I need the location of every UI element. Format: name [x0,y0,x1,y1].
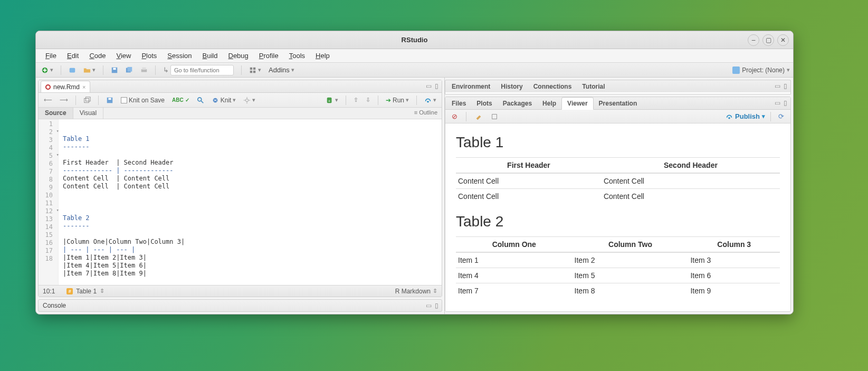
tab-plots[interactable]: Plots [471,98,497,109]
nav-fwd-button[interactable]: ⟶ [58,96,70,104]
viewer-content[interactable]: Table 1 First HeaderSecond Header Conten… [445,123,790,311]
project-label: Project: (None) [742,66,785,74]
cursor-position: 10:1 [43,288,55,295]
tab-tutorial[interactable]: Tutorial [577,81,610,92]
insert-chunk-button[interactable]: + ▾ [324,96,340,105]
knit-on-save-checkbox[interactable]: Knit on Save [119,96,167,105]
code-editor[interactable]: 123456789101112131415161718 Table 1-----… [39,119,442,285]
console-restore-icon[interactable]: ▭ [426,302,432,309]
table-header: Column 3 [688,237,780,253]
svg-point-28 [728,117,730,119]
table-row: Content CellContent Cell [456,189,780,204]
tab-viewer[interactable]: Viewer [561,97,593,110]
spellcheck-button[interactable]: ABC✓ [170,96,192,104]
tab-help[interactable]: Help [537,98,561,109]
run-button[interactable]: ➔ Run ▾ [384,96,411,105]
menu-view[interactable]: View [111,50,136,61]
project-menu[interactable]: Project: (None) ▾ [732,66,790,74]
tab-packages[interactable]: Packages [498,98,537,109]
tab-presentation[interactable]: Presentation [594,98,643,109]
minimize-button[interactable]: – [748,34,759,46]
svg-rect-10 [250,70,252,72]
env-tabstrip: EnvironmentHistoryConnectionsTutorial ▭ … [445,80,791,92]
publish-dropdown-button[interactable]: ▾ [422,96,438,105]
outline-crumb[interactable]: Table 1 [76,288,97,295]
save-all-button[interactable] [123,65,135,75]
visual-mode-tab[interactable]: Visual [73,108,103,119]
menu-plots[interactable]: Plots [136,50,162,61]
right-column: EnvironmentHistoryConnectionsTutorial ▭ … [445,78,793,314]
viewer-collapse-icon[interactable]: ▭ [775,99,780,107]
svg-rect-3 [113,68,116,70]
menu-code[interactable]: Code [84,50,111,61]
close-tab-icon[interactable]: × [82,84,85,90]
svg-text:+: + [328,98,331,103]
tab-connections[interactable]: Connections [528,81,577,92]
svg-point-16 [197,97,201,101]
goto-file-input[interactable] [170,65,234,75]
find-replace-button[interactable] [195,96,206,105]
tab-files[interactable]: Files [446,98,471,109]
menu-session[interactable]: Session [162,50,197,61]
rmd-icon [45,84,51,90]
knit-button[interactable]: Knit ▾ [209,96,239,105]
tab-environment[interactable]: Environment [446,81,495,92]
env-maximize-icon[interactable]: ▯ [784,82,787,90]
save-button[interactable] [109,65,120,75]
settings-gear-button[interactable]: ▾ [241,96,257,105]
source-mode-tab[interactable]: Source [39,108,73,119]
viewer-remove-button[interactable]: ⊘ [450,111,460,121]
source-pane: new.Rmd × ▭ ▯ ⟵ ⟶ [38,80,442,297]
table-header: Column Two [573,237,689,253]
close-button[interactable]: ✕ [777,34,789,46]
open-file-button[interactable]: ▾ [81,65,98,75]
menubar: FileEditCodeViewPlotsSessionBuildDebugPr… [36,49,793,63]
main-toolbar: ▾ ▾ ↳ [36,63,793,78]
language-mode[interactable]: R Markdown [395,288,431,295]
publish-button[interactable]: Publish ▾ [726,112,765,120]
nav-back-button[interactable]: ⟵ [42,96,54,104]
go-next-chunk-button[interactable]: ⇩ [364,96,373,104]
new-file-button[interactable]: ▾ [39,65,55,75]
editor-toolbar: ⟵ ⟶ Knit on Save [39,93,442,108]
tab-history[interactable]: History [495,81,528,92]
goto-file-field[interactable]: ↳ [161,64,236,77]
menu-help[interactable]: Help [310,50,335,61]
viewer-refresh-button[interactable]: ⟳ [776,111,786,121]
table-row: Item 7Item 8Item 9 [456,283,780,299]
menu-edit[interactable]: Edit [62,50,84,61]
menu-build[interactable]: Build [197,50,223,61]
save-file-button[interactable] [104,96,116,105]
new-project-button[interactable] [66,65,78,75]
svg-point-19 [246,99,249,101]
env-collapse-icon[interactable]: ▭ [775,82,780,90]
show-in-new-window-button[interactable] [81,96,93,105]
menu-profile[interactable]: Profile [254,50,284,61]
file-tab[interactable]: new.Rmd × [41,81,90,92]
menu-file[interactable]: File [40,50,62,61]
window-title: RStudio [402,36,428,44]
viewer-clear-button[interactable] [473,112,484,121]
menu-tools[interactable]: Tools [284,50,310,61]
knit-on-save-label: Knit on Save [129,97,165,104]
svg-point-26 [427,100,429,102]
menu-debug[interactable]: Debug [223,50,254,61]
titlebar: RStudio – ▢ ✕ [36,31,793,49]
outline-toggle[interactable]: ≡Outline [414,109,437,116]
run-label: Run [393,97,404,104]
table-header: Second Header [602,158,780,174]
svg-rect-12 [84,98,89,102]
pane-maximize-icon[interactable]: ▯ [435,82,438,90]
pane-collapse-icon[interactable]: ▭ [426,82,432,90]
addins-button[interactable]: Addins ▾ [266,65,297,75]
rstudio-window: RStudio – ▢ ✕ FileEditCodeViewPlotsSessi… [35,31,794,315]
file-tab-name: new.Rmd [53,83,80,91]
console-maximize-icon[interactable]: ▯ [435,302,438,309]
print-button[interactable] [138,65,150,75]
viewer-maximize-icon[interactable]: ▯ [784,99,787,107]
workspace-panes-button[interactable]: ▾ [247,65,263,75]
go-prev-chunk-button[interactable]: ⇧ [351,96,360,104]
maximize-button[interactable]: ▢ [762,34,774,46]
viewer-popout-button[interactable] [489,112,500,121]
console-pane-collapsed[interactable]: Console ▭ ▯ [38,299,442,312]
